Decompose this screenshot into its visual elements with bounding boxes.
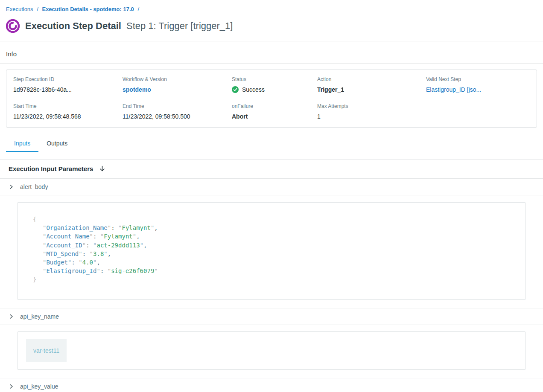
tab-inputs[interactable]: Inputs <box>6 135 38 152</box>
info-field-label: Max Attempts <box>317 103 426 109</box>
chevron-right-icon <box>9 314 14 319</box>
info-field-step-execution-id: Step Execution ID 1d97828c-13b6-40a... <box>13 76 123 93</box>
fylamynt-logo-icon <box>6 19 20 33</box>
workflow-link[interactable]: spotdemo <box>123 86 232 93</box>
page-title-step: Step 1: Trigger [trigger_1] <box>126 20 233 32</box>
info-grid: Step Execution ID 1d97828c-13b6-40a... W… <box>13 76 530 120</box>
param-name: alert_body <box>20 183 48 190</box>
divider <box>0 195 543 195</box>
success-check-icon <box>232 86 239 93</box>
info-field-label: End Time <box>123 103 232 109</box>
info-field-label: Start Time <box>13 103 123 109</box>
execution-step-detail-page: Executions / Execution Details - spotdem… <box>0 0 543 392</box>
status-badge: Success <box>232 86 317 93</box>
alert-body-json-viewer: {"Organization_Name": "Fylamynt","Accoun… <box>17 202 526 300</box>
info-field-label: Workflow & Version <box>123 76 232 82</box>
info-section-label: Info <box>0 41 543 63</box>
tab-outputs[interactable]: Outputs <box>38 135 76 152</box>
info-field-max-attempts: Max Attempts 1 <box>317 103 426 120</box>
info-field-end-time: End Time 11/23/2022, 09:58:50.500 <box>123 103 232 120</box>
execution-input-parameters-header: Execution Input Parameters <box>0 160 543 178</box>
chevron-right-icon <box>9 384 14 389</box>
info-field-on-failure: onFailure Abort <box>232 103 317 120</box>
param-row-api-key-value[interactable]: api_key_value <box>0 378 543 392</box>
info-card: Step Execution ID 1d97828c-13b6-40a... W… <box>6 70 537 128</box>
execution-input-parameters-title: Execution Input Parameters <box>9 165 93 172</box>
info-field-action: Action Trigger_1 <box>317 76 426 93</box>
api-key-name-value: var-test11 <box>26 339 67 362</box>
divider <box>0 63 543 64</box>
divider <box>0 325 543 325</box>
info-field-workflow-version: Workflow & Version spotdemo <box>123 76 232 93</box>
page-title: Execution Step Detail Step 1: Trigger [t… <box>25 20 233 32</box>
info-field-valid-next-step: Valid Next Step Elastigroup_ID [jso... <box>426 76 530 93</box>
info-field-value: 11/23/2022, 09:58:48.568 <box>13 113 123 120</box>
info-field-label: Step Execution ID <box>13 76 123 82</box>
param-row-alert-body[interactable]: alert_body <box>0 179 543 195</box>
info-field-label: onFailure <box>232 103 317 109</box>
info-field-value: 11/23/2022, 09:58:50.500 <box>123 113 232 120</box>
breadcrumb: Executions / Execution Details - spotdem… <box>0 0 543 13</box>
status-text: Success <box>242 86 265 93</box>
param-name: api_key_name <box>20 313 59 320</box>
info-field-start-time: Start Time 11/23/2022, 09:58:48.568 <box>13 103 123 120</box>
valid-next-step-link[interactable]: Elastigroup_ID [jso... <box>426 86 530 93</box>
info-field-value: Trigger_1 <box>317 86 426 93</box>
alert-body-content: {"Organization_Name": "Fylamynt","Accoun… <box>0 202 543 300</box>
info-field-value: Abort <box>232 113 317 120</box>
tab-bar: Inputs Outputs <box>0 135 543 152</box>
info-field-value: 1 <box>317 113 426 120</box>
info-field-value: 1d97828c-13b6-40a... <box>13 86 123 93</box>
breadcrumb-link-execution-details[interactable]: Execution Details - spotdemo: 17.0 <box>42 6 134 12</box>
breadcrumb-separator: / <box>37 6 38 12</box>
param-name: api_key_value <box>20 383 58 390</box>
info-field-status: Status Success <box>232 76 317 93</box>
api-key-name-value-box: var-test11 <box>17 331 526 370</box>
info-field-label: Action <box>317 76 426 82</box>
info-field-label: Status <box>232 76 317 82</box>
alert-body-json-code: {"Organization_Name": "Fylamynt","Accoun… <box>33 215 510 284</box>
info-field-label: Valid Next Step <box>426 76 530 82</box>
page-title-main: Execution Step Detail <box>25 20 121 32</box>
collapse-down-arrow-icon[interactable] <box>99 166 105 172</box>
breadcrumb-link-executions[interactable]: Executions <box>6 6 33 12</box>
param-row-api-key-name[interactable]: api_key_name <box>0 308 543 325</box>
page-header: Execution Step Detail Step 1: Trigger [t… <box>0 13 543 41</box>
breadcrumb-separator: / <box>137 6 139 12</box>
chevron-right-icon <box>9 184 14 189</box>
api-key-name-content: var-test11 <box>0 331 543 370</box>
